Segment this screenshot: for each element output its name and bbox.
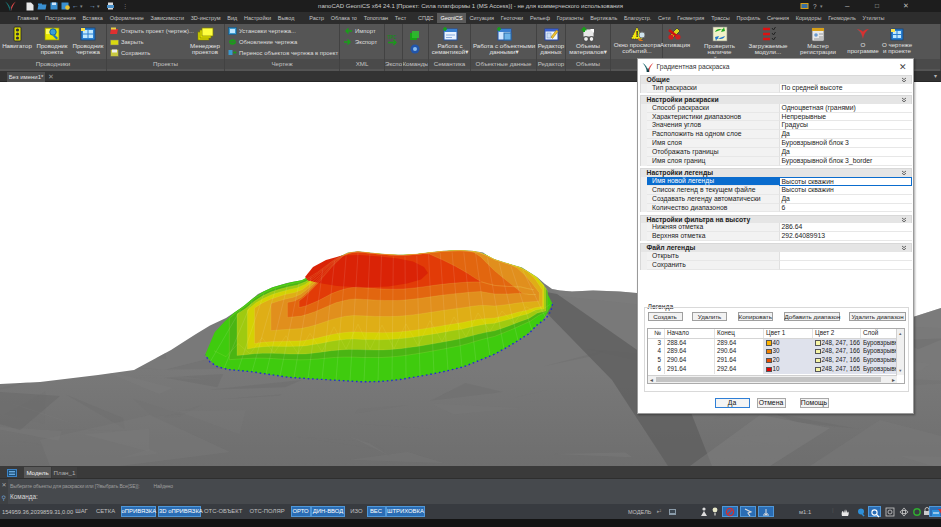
svg-text:TPC: TPC bbox=[387, 35, 397, 40]
svg-text:!: ! bbox=[635, 29, 638, 39]
